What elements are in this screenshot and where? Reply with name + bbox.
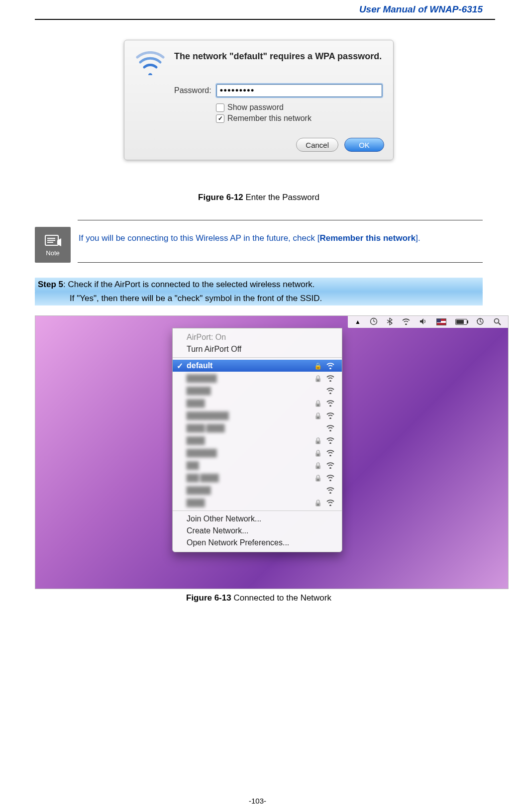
signal-icon xyxy=(326,487,335,494)
svg-line-6 xyxy=(374,321,375,322)
airport-menu-screenshot: ▲ AirPort: On Turn AirPor xyxy=(35,315,509,589)
signal-icon xyxy=(326,387,335,394)
volume-icon[interactable] xyxy=(419,318,427,326)
open-network-preferences[interactable]: Open Network Preferences... xyxy=(173,537,342,549)
airport-dropdown: AirPort: On Turn AirPort Off ✓ default ▇… xyxy=(172,328,342,552)
network-item[interactable]: ▇▇▇ ▇▇▇ xyxy=(173,421,342,434)
note-icon: Note xyxy=(35,227,71,263)
signal-icon xyxy=(326,362,335,369)
wifi-menubar-icon[interactable] xyxy=(402,318,411,326)
signal-icon xyxy=(326,424,335,431)
show-password-checkbox[interactable] xyxy=(216,103,224,112)
network-item[interactable]: ▇▇ xyxy=(173,459,342,471)
turn-airport-off[interactable]: Turn AirPort Off xyxy=(173,343,342,355)
lock-icon xyxy=(314,399,322,407)
airport-status: AirPort: On xyxy=(173,331,342,343)
lock-icon xyxy=(314,411,322,420)
note-text-post: ]. xyxy=(415,233,420,243)
menubar-status-area: ▲ xyxy=(348,316,508,328)
remember-network-checkbox[interactable] xyxy=(216,114,224,123)
ssid-blurred: ▇▇▇▇▇ xyxy=(187,373,216,383)
password-label: Password: xyxy=(174,86,211,95)
ssid-blurred: ▇▇▇ xyxy=(187,435,205,445)
lock-icon xyxy=(314,361,322,370)
wifi-icon xyxy=(135,51,165,75)
network-item[interactable]: ▇▇ ▇▇▇ xyxy=(173,471,342,484)
lock-icon xyxy=(314,498,322,507)
step-line2: If "Yes", then there will be a "check" s… xyxy=(70,294,322,303)
step-label: Step 5 xyxy=(38,280,63,289)
signal-icon xyxy=(326,412,335,419)
figure-6-12-caption: Figure 6-12 Enter the Password xyxy=(35,193,483,203)
page-header: User Manual of WNAP-6315 xyxy=(0,0,515,19)
network-item[interactable]: ▇▇▇ xyxy=(173,397,342,409)
ssid-blurred: ▇▇▇ xyxy=(187,398,205,407)
eject-icon[interactable]: ▲ xyxy=(355,318,361,325)
ssid-blurred: ▇▇▇▇ xyxy=(187,485,210,495)
header-rule xyxy=(35,19,495,20)
figure-number: Figure 6-13 xyxy=(186,593,231,603)
lock-icon xyxy=(314,374,322,383)
ssid-blurred: ▇▇ ▇▇▇ xyxy=(187,473,218,482)
ssid-blurred: ▇▇▇▇ xyxy=(187,386,210,395)
password-input[interactable] xyxy=(216,84,382,97)
note-keyword: Remember this network xyxy=(319,233,415,243)
signal-icon xyxy=(326,449,335,456)
dialog-message: The network "default" requires a WPA pas… xyxy=(174,51,382,75)
ok-button[interactable]: OK xyxy=(344,138,384,152)
network-item[interactable]: ▇▇▇ xyxy=(173,434,342,446)
lock-icon xyxy=(314,436,322,445)
signal-icon xyxy=(326,499,335,506)
lock-icon xyxy=(314,461,322,470)
network-item[interactable]: ▇▇▇▇▇▇▇ xyxy=(173,409,342,421)
network-item[interactable]: ▇▇▇▇ xyxy=(173,384,342,397)
network-item[interactable]: ▇▇▇▇ xyxy=(173,484,342,496)
ssid-blurred: ▇▇▇ xyxy=(187,498,205,507)
create-network[interactable]: Create Network... xyxy=(173,525,342,537)
signal-icon xyxy=(326,462,335,469)
page-number: -103- xyxy=(0,797,515,805)
figure-6-13-caption: Figure 6-13 Connected to the Network xyxy=(35,593,483,603)
figure-text: Enter the Password xyxy=(243,193,319,202)
figure-text: Connected to the Network xyxy=(231,593,331,603)
lock-icon xyxy=(314,448,322,457)
ssid-label: default xyxy=(187,361,212,370)
step-line1: : Check if the AirPort is connected to t… xyxy=(63,280,315,289)
signal-icon xyxy=(326,400,335,406)
cancel-button[interactable]: Cancel xyxy=(296,138,338,152)
network-item[interactable]: ▇▇▇▇▇ xyxy=(173,446,342,459)
ssid-blurred: ▇▇ xyxy=(187,460,199,470)
network-item[interactable]: ▇▇▇ xyxy=(173,496,342,508)
bluetooth-icon[interactable] xyxy=(387,317,393,327)
note-label: Note xyxy=(46,249,59,257)
check-icon: ✓ xyxy=(177,361,183,371)
note-text: If you will be connecting to this Wirele… xyxy=(78,220,483,263)
note-text-pre: If you will be connecting to this Wirele… xyxy=(79,233,319,243)
timemachine-icon[interactable] xyxy=(476,317,484,327)
wpa-password-dialog: The network "default" requires a WPA pas… xyxy=(124,40,394,160)
separator xyxy=(173,510,342,511)
network-item-selected[interactable]: ✓ default xyxy=(173,360,342,372)
signal-icon xyxy=(326,474,335,481)
ssid-blurred: ▇▇▇▇▇ xyxy=(187,448,216,457)
join-other-network[interactable]: Join Other Network... xyxy=(173,513,342,525)
battery-icon[interactable] xyxy=(455,319,467,325)
ssid-blurred: ▇▇▇▇▇▇▇ xyxy=(187,410,228,420)
network-item[interactable]: ▇▇▇▇▇ xyxy=(173,372,342,384)
svg-point-8 xyxy=(495,318,499,323)
clock-icon[interactable] xyxy=(370,317,378,327)
input-flag-icon[interactable] xyxy=(436,318,446,325)
note-block: Note If you will be connecting to this W… xyxy=(35,220,483,263)
ssid-blurred: ▇▇▇ ▇▇▇ xyxy=(187,423,224,432)
step-5-block: Step 5: Check if the AirPort is connecte… xyxy=(35,278,483,305)
show-password-label: Show password xyxy=(227,103,284,112)
svg-line-9 xyxy=(499,323,501,325)
lock-icon xyxy=(314,473,322,482)
spotlight-icon[interactable] xyxy=(493,317,501,327)
remember-network-label: Remember this network xyxy=(227,114,311,123)
figure-number: Figure 6-12 xyxy=(198,193,243,202)
signal-icon xyxy=(326,437,335,444)
separator xyxy=(173,357,342,358)
signal-icon xyxy=(326,375,335,382)
